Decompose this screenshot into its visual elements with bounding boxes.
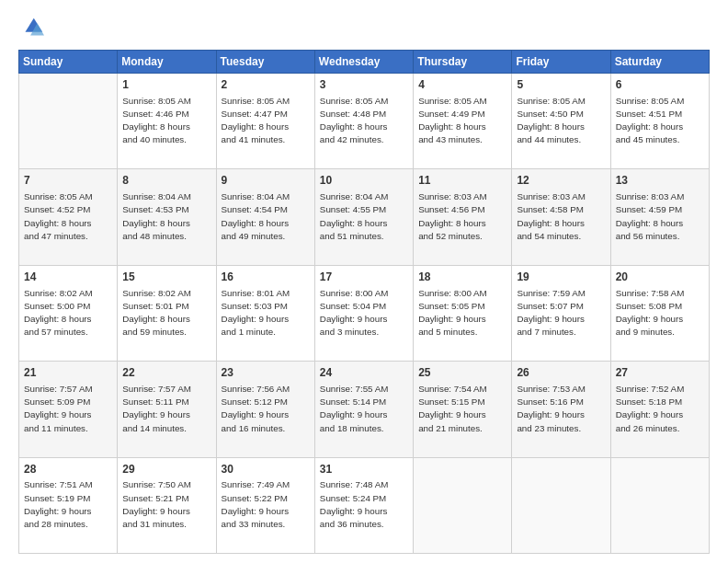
calendar-week-row: 28Sunrise: 7:51 AMSunset: 5:19 PMDayligh… [19, 457, 710, 553]
day-info: Sunrise: 8:01 AMSunset: 5:03 PMDaylight:… [222, 287, 310, 339]
calendar-cell: 13Sunrise: 8:03 AMSunset: 4:59 PMDayligh… [610, 169, 709, 265]
day-number: 17 [320, 270, 408, 285]
day-info: Sunrise: 8:05 AMSunset: 4:46 PMDaylight:… [122, 95, 210, 147]
day-info: Sunrise: 8:00 AMSunset: 5:05 PMDaylight:… [418, 287, 506, 339]
day-info: Sunrise: 7:51 AMSunset: 5:19 PMDaylight:… [24, 478, 112, 531]
day-info: Sunrise: 7:52 AMSunset: 5:18 PMDaylight:… [616, 383, 704, 435]
calendar-cell: 24Sunrise: 7:55 AMSunset: 5:14 PMDayligh… [314, 362, 413, 457]
day-number: 10 [320, 173, 408, 189]
calendar-day-header: Saturday [610, 51, 709, 74]
day-number: 3 [320, 77, 408, 93]
day-number: 12 [517, 173, 605, 189]
calendar-cell: 25Sunrise: 7:54 AMSunset: 5:15 PMDayligh… [414, 362, 512, 457]
calendar-cell [512, 457, 610, 553]
day-number: 13 [616, 173, 704, 189]
day-info: Sunrise: 8:05 AMSunset: 4:49 PMDaylight:… [418, 95, 506, 147]
calendar-cell: 20Sunrise: 7:58 AMSunset: 5:08 PMDayligh… [610, 265, 709, 361]
calendar-cell [610, 457, 709, 553]
calendar-cell: 5Sunrise: 8:05 AMSunset: 4:50 PMDaylight… [512, 74, 610, 169]
day-number: 9 [222, 173, 310, 189]
day-number: 8 [122, 173, 210, 189]
calendar-cell: 31Sunrise: 7:48 AMSunset: 5:24 PMDayligh… [314, 457, 413, 553]
calendar-cell: 9Sunrise: 8:04 AMSunset: 4:54 PMDaylight… [216, 169, 314, 265]
day-info: Sunrise: 8:03 AMSunset: 4:58 PMDaylight:… [517, 190, 605, 243]
calendar-cell: 27Sunrise: 7:52 AMSunset: 5:18 PMDayligh… [610, 362, 709, 457]
day-number: 20 [616, 270, 704, 285]
calendar-cell: 23Sunrise: 7:56 AMSunset: 5:12 PMDayligh… [216, 362, 314, 457]
page: SundayMondayTuesdayWednesdayThursdayFrid… [0, 0, 728, 563]
calendar-cell: 21Sunrise: 7:57 AMSunset: 5:09 PMDayligh… [19, 362, 118, 457]
day-info: Sunrise: 7:54 AMSunset: 5:15 PMDaylight:… [418, 383, 506, 435]
calendar-cell: 12Sunrise: 8:03 AMSunset: 4:58 PMDayligh… [512, 169, 610, 265]
day-info: Sunrise: 8:03 AMSunset: 4:59 PMDaylight:… [616, 190, 704, 243]
calendar-day-header: Tuesday [216, 51, 314, 74]
calendar-cell: 17Sunrise: 8:00 AMSunset: 5:04 PMDayligh… [314, 265, 413, 361]
calendar-cell: 10Sunrise: 8:04 AMSunset: 4:55 PMDayligh… [314, 169, 413, 265]
day-info: Sunrise: 7:50 AMSunset: 5:21 PMDaylight:… [122, 478, 210, 531]
day-info: Sunrise: 7:53 AMSunset: 5:16 PMDaylight:… [517, 383, 605, 435]
day-info: Sunrise: 8:05 AMSunset: 4:52 PMDaylight:… [24, 190, 112, 243]
day-number: 23 [222, 365, 310, 381]
calendar-day-header: Monday [118, 51, 216, 74]
day-number: 2 [222, 77, 310, 93]
logo [18, 15, 48, 40]
day-info: Sunrise: 7:55 AMSunset: 5:14 PMDaylight:… [320, 383, 408, 435]
day-number: 31 [320, 462, 408, 477]
day-number: 21 [24, 365, 112, 381]
day-number: 6 [616, 77, 704, 93]
day-info: Sunrise: 8:05 AMSunset: 4:51 PMDaylight:… [616, 95, 704, 147]
day-number: 29 [122, 462, 210, 477]
day-number: 19 [517, 270, 605, 285]
day-info: Sunrise: 7:48 AMSunset: 5:24 PMDaylight:… [320, 478, 408, 531]
day-number: 1 [122, 77, 210, 93]
day-info: Sunrise: 7:57 AMSunset: 5:09 PMDaylight:… [24, 383, 112, 435]
calendar-cell: 7Sunrise: 8:05 AMSunset: 4:52 PMDaylight… [19, 169, 118, 265]
day-info: Sunrise: 7:49 AMSunset: 5:22 PMDaylight:… [222, 478, 310, 531]
calendar-day-header: Sunday [19, 51, 118, 74]
day-info: Sunrise: 7:56 AMSunset: 5:12 PMDaylight:… [222, 383, 310, 435]
day-number: 27 [616, 365, 704, 381]
calendar-cell: 22Sunrise: 7:57 AMSunset: 5:11 PMDayligh… [118, 362, 216, 457]
calendar-week-row: 14Sunrise: 8:02 AMSunset: 5:00 PMDayligh… [19, 265, 710, 361]
day-number: 4 [418, 77, 506, 93]
calendar-cell: 30Sunrise: 7:49 AMSunset: 5:22 PMDayligh… [216, 457, 314, 553]
calendar-cell [414, 457, 512, 553]
day-number: 25 [418, 365, 506, 381]
day-info: Sunrise: 8:02 AMSunset: 5:01 PMDaylight:… [122, 287, 210, 339]
calendar-header-row: SundayMondayTuesdayWednesdayThursdayFrid… [19, 51, 710, 74]
calendar-day-header: Friday [512, 51, 610, 74]
calendar-cell: 14Sunrise: 8:02 AMSunset: 5:00 PMDayligh… [19, 265, 118, 361]
calendar-cell: 18Sunrise: 8:00 AMSunset: 5:05 PMDayligh… [414, 265, 512, 361]
calendar-cell: 3Sunrise: 8:05 AMSunset: 4:48 PMDaylight… [314, 74, 413, 169]
day-number: 7 [24, 173, 112, 189]
day-number: 11 [418, 173, 506, 189]
day-info: Sunrise: 8:03 AMSunset: 4:56 PMDaylight:… [418, 190, 506, 243]
logo-icon [18, 15, 44, 40]
calendar-cell: 4Sunrise: 8:05 AMSunset: 4:49 PMDaylight… [414, 74, 512, 169]
calendar-week-row: 1Sunrise: 8:05 AMSunset: 4:46 PMDaylight… [19, 74, 710, 169]
day-info: Sunrise: 8:05 AMSunset: 4:48 PMDaylight:… [320, 95, 408, 147]
day-number: 26 [517, 365, 605, 381]
day-info: Sunrise: 8:00 AMSunset: 5:04 PMDaylight:… [320, 287, 408, 339]
calendar-cell: 29Sunrise: 7:50 AMSunset: 5:21 PMDayligh… [118, 457, 216, 553]
day-number: 5 [517, 77, 605, 93]
calendar-table: SundayMondayTuesdayWednesdayThursdayFrid… [18, 50, 710, 554]
day-number: 24 [320, 365, 408, 381]
calendar-cell: 8Sunrise: 8:04 AMSunset: 4:53 PMDaylight… [118, 169, 216, 265]
day-number: 30 [222, 462, 310, 477]
calendar-cell: 11Sunrise: 8:03 AMSunset: 4:56 PMDayligh… [414, 169, 512, 265]
day-number: 22 [122, 365, 210, 381]
calendar-cell: 15Sunrise: 8:02 AMSunset: 5:01 PMDayligh… [118, 265, 216, 361]
calendar-cell: 6Sunrise: 8:05 AMSunset: 4:51 PMDaylight… [610, 74, 709, 169]
calendar-cell: 1Sunrise: 8:05 AMSunset: 4:46 PMDaylight… [118, 74, 216, 169]
day-info: Sunrise: 8:04 AMSunset: 4:54 PMDaylight:… [222, 190, 310, 243]
day-info: Sunrise: 7:57 AMSunset: 5:11 PMDaylight:… [122, 383, 210, 435]
day-number: 18 [418, 270, 506, 285]
day-info: Sunrise: 8:04 AMSunset: 4:53 PMDaylight:… [122, 190, 210, 243]
day-number: 15 [122, 270, 210, 285]
calendar-cell: 16Sunrise: 8:01 AMSunset: 5:03 PMDayligh… [216, 265, 314, 361]
calendar-cell: 28Sunrise: 7:51 AMSunset: 5:19 PMDayligh… [19, 457, 118, 553]
calendar-week-row: 7Sunrise: 8:05 AMSunset: 4:52 PMDaylight… [19, 169, 710, 265]
day-info: Sunrise: 7:59 AMSunset: 5:07 PMDaylight:… [517, 287, 605, 339]
day-info: Sunrise: 8:02 AMSunset: 5:00 PMDaylight:… [24, 287, 112, 339]
